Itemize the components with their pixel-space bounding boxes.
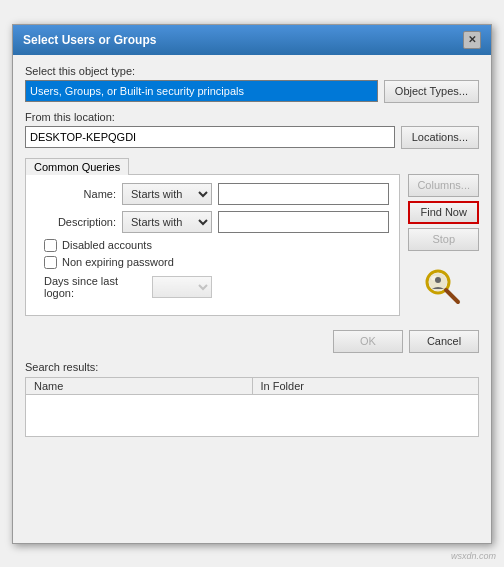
- svg-point-4: [435, 277, 441, 283]
- name-input[interactable]: [218, 183, 389, 205]
- object-type-input[interactable]: [25, 80, 378, 102]
- search-icon-container: [408, 267, 479, 305]
- name-row: Name: Starts with: [36, 183, 389, 205]
- queries-outer: Name: Starts with Description: Starts wi…: [25, 174, 479, 316]
- watermark: wsxdn.com: [451, 551, 496, 561]
- cancel-button[interactable]: Cancel: [409, 330, 479, 353]
- description-row: Description: Starts with: [36, 211, 389, 233]
- object-types-button[interactable]: Object Types...: [384, 80, 479, 103]
- title-bar: Select Users or Groups ✕: [13, 25, 491, 55]
- location-input[interactable]: [25, 126, 395, 148]
- common-queries-section: Common Queries Name: Starts with Descrip…: [25, 157, 479, 316]
- locations-button[interactable]: Locations...: [401, 126, 479, 149]
- non-expiring-label: Non expiring password: [62, 256, 174, 268]
- title-bar-buttons: ✕: [463, 31, 481, 49]
- dialog-body: Select this object type: Object Types...…: [13, 55, 491, 447]
- svg-line-2: [446, 290, 458, 302]
- name-label: Name:: [36, 188, 116, 200]
- search-results-label: Search results:: [25, 361, 479, 373]
- disabled-accounts-row: Disabled accounts: [36, 239, 389, 252]
- find-now-button[interactable]: Find Now: [408, 201, 479, 224]
- close-button[interactable]: ✕: [463, 31, 481, 49]
- in-folder-column-header: In Folder: [253, 378, 479, 394]
- dialog-title: Select Users or Groups: [23, 33, 156, 47]
- object-type-row: Object Types...: [25, 80, 479, 103]
- columns-button[interactable]: Columns...: [408, 174, 479, 197]
- stop-button[interactable]: Stop: [408, 228, 479, 251]
- ok-button[interactable]: OK: [333, 330, 403, 353]
- search-results-section: Search results: Name In Folder: [25, 361, 479, 437]
- description-label: Description:: [36, 216, 116, 228]
- name-starts-with-select[interactable]: Starts with: [122, 183, 212, 205]
- name-column-header: Name: [26, 378, 253, 394]
- disabled-accounts-label: Disabled accounts: [62, 239, 152, 251]
- common-queries-tab[interactable]: Common Queries: [25, 158, 129, 175]
- non-expiring-checkbox[interactable]: [44, 256, 57, 269]
- location-label: From this location:: [25, 111, 479, 123]
- queries-form: Name: Starts with Description: Starts wi…: [25, 174, 400, 316]
- right-buttons-panel: Columns... Find Now Stop: [400, 174, 479, 316]
- days-row: Days since last logon:: [36, 275, 389, 299]
- description-input[interactable]: [218, 211, 389, 233]
- bottom-buttons: OK Cancel: [25, 324, 479, 357]
- days-label: Days since last logon:: [36, 275, 146, 299]
- days-select[interactable]: [152, 276, 212, 298]
- results-header: Name In Folder: [26, 378, 478, 395]
- description-starts-with-select[interactable]: Starts with: [122, 211, 212, 233]
- magnifier-icon: [422, 267, 466, 305]
- object-type-label: Select this object type:: [25, 65, 479, 77]
- non-expiring-row: Non expiring password: [36, 256, 389, 269]
- disabled-accounts-checkbox[interactable]: [44, 239, 57, 252]
- select-users-dialog: Select Users or Groups ✕ Select this obj…: [12, 24, 492, 544]
- location-row: Locations...: [25, 126, 479, 149]
- results-table: Name In Folder: [25, 377, 479, 437]
